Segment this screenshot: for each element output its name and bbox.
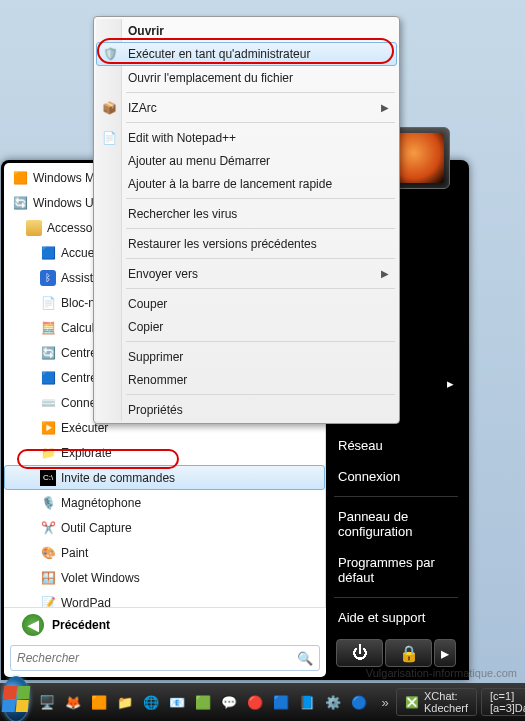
label: Ouvrir — [128, 24, 164, 38]
ctx-add-quicklaunch[interactable]: Ajouter à la barre de lancement rapide — [96, 172, 397, 195]
program-label: Paint — [61, 546, 88, 560]
terminal-icon: ⌨️ — [40, 395, 56, 411]
chevron-right-icon: ▸ — [441, 644, 449, 663]
folder-icon — [26, 220, 42, 236]
power-more-button[interactable]: ▸ — [434, 639, 456, 667]
separator — [334, 496, 458, 497]
quick-launch-icon[interactable]: 📁 — [114, 691, 136, 713]
right-link-defaults[interactable]: Programmes par défaut — [328, 547, 464, 593]
program-item[interactable]: 🎙️Magnétophone — [4, 490, 325, 515]
task-label: [c=1][a=3]David — [490, 690, 525, 714]
separator — [126, 122, 395, 123]
ctx-scan-virus[interactable]: Rechercher les virus — [96, 202, 397, 225]
right-link-help[interactable]: Aide et support — [328, 602, 464, 633]
label: Edit with Notepad++ — [128, 131, 236, 145]
ctx-izarc[interactable]: 📦IZArc▶ — [96, 96, 397, 119]
label: Ajouter à la barre de lancement rapide — [128, 177, 332, 191]
quick-launch-icon[interactable]: 📘 — [296, 691, 318, 713]
ctx-add-start[interactable]: Ajouter au menu Démarrer — [96, 149, 397, 172]
program-item[interactable]: 🎨Paint — [4, 540, 325, 565]
ctx-open-location[interactable]: Ouvrir l'emplacement du fichier — [96, 66, 397, 89]
taskbar: 🖥️ 🦊 🟧 📁 🌐 📧 🟩 💬 🔴 🟦 📘 ⚙️ 🔵 » ❎ XChat: K… — [0, 683, 525, 721]
wordpad-icon: 📝 — [40, 595, 56, 608]
program-item[interactable]: 🪟Volet Windows — [4, 565, 325, 590]
program-label: Invite de commandes — [61, 471, 175, 485]
label: Envoyer vers — [128, 267, 198, 281]
ctx-delete[interactable]: Supprimer — [96, 345, 397, 368]
quick-launch-icon[interactable]: 🌐 — [140, 691, 162, 713]
ctx-properties[interactable]: Propriétés — [96, 398, 397, 421]
quick-launch-icon[interactable]: 🟦 — [270, 691, 292, 713]
annotation-ring — [97, 38, 394, 64]
quick-launch-icon[interactable]: 💬 — [218, 691, 240, 713]
right-link-network[interactable]: Réseau — [328, 430, 464, 461]
quick-launch-icon[interactable]: ⚙️ — [322, 691, 344, 713]
shortcut-icon: 🟦 — [40, 245, 56, 261]
notepadpp-icon: 📄 — [101, 130, 117, 146]
snip-icon: ✂️ — [40, 520, 56, 536]
program-item[interactable]: ✂️Outil Capture — [4, 515, 325, 540]
separator — [334, 597, 458, 598]
quick-launch-icon[interactable]: 🦊 — [62, 691, 84, 713]
app-icon: 🔄 — [12, 195, 28, 211]
search-input[interactable] — [17, 651, 297, 665]
ctx-cut[interactable]: Couper — [96, 292, 397, 315]
app-icon: ❎ — [405, 696, 419, 709]
label: Copier — [128, 320, 163, 334]
separator — [126, 394, 395, 395]
separator — [126, 198, 395, 199]
notepad-icon: 📄 — [40, 295, 56, 311]
run-icon: ▶️ — [40, 420, 56, 436]
right-link-connect[interactable]: Connexion — [328, 461, 464, 492]
ctx-restore[interactable]: Restaurer les versions précédentes — [96, 232, 397, 255]
chevron-right-icon: ▶ — [381, 102, 389, 113]
quick-launch-more[interactable]: » — [374, 691, 396, 713]
ctx-send-to[interactable]: Envoyer vers▶ — [96, 262, 397, 285]
label: Propriétés — [128, 403, 183, 417]
quick-launch-icon[interactable]: 🟩 — [192, 691, 214, 713]
search-icon: 🔍 — [297, 651, 313, 666]
quick-launch-icon[interactable]: 🟧 — [88, 691, 110, 713]
program-label: Magnétophone — [61, 496, 141, 510]
label: Ouvrir l'emplacement du fichier — [128, 71, 293, 85]
taskbar-task-xchat[interactable]: ❎ XChat: Kdecherf — [396, 688, 477, 716]
ctx-rename[interactable]: Renommer — [96, 368, 397, 391]
taskbar-task-david[interactable]: [c=1][a=3]David — [481, 688, 525, 716]
label: Rechercher les virus — [128, 207, 237, 221]
quick-launch-icon[interactable]: 🖥️ — [36, 691, 58, 713]
sidebar-icon: 🪟 — [40, 570, 56, 586]
separator — [126, 341, 395, 342]
windows-logo-icon — [2, 686, 31, 712]
label: IZArc — [128, 101, 157, 115]
start-button[interactable] — [2, 676, 30, 721]
annotation-ring — [17, 449, 179, 469]
lock-icon: 🔒 — [399, 644, 419, 663]
paint-icon: 🎨 — [40, 545, 56, 561]
quick-launch-icon[interactable]: 📧 — [166, 691, 188, 713]
app-icon: 🟧 — [12, 170, 28, 186]
task-label: XChat: Kdecherf — [424, 690, 468, 714]
lock-button[interactable]: 🔒 — [385, 639, 432, 667]
recorder-icon: 🎙️ — [40, 495, 56, 511]
power-button[interactable]: ⏻ — [336, 639, 383, 667]
ctx-copy[interactable]: Copier — [96, 315, 397, 338]
sync-icon: 🔄 — [40, 345, 56, 361]
ctx-edit-npp[interactable]: 📄Edit with Notepad++ — [96, 126, 397, 149]
label: Renommer — [128, 373, 187, 387]
label: Supprimer — [128, 350, 183, 364]
quick-launch-icon[interactable]: 🔴 — [244, 691, 266, 713]
search-box[interactable]: 🔍 — [10, 645, 320, 671]
chevron-right-icon: ▸ — [447, 376, 454, 391]
program-label: Outil Capture — [61, 521, 132, 535]
program-label: Volet Windows — [61, 571, 140, 585]
program-item[interactable]: 📝WordPad — [4, 590, 325, 607]
quick-launch-icon[interactable]: 🔵 — [348, 691, 370, 713]
separator — [126, 288, 395, 289]
bluetooth-icon: ᛒ — [40, 270, 56, 286]
back-button[interactable]: ◀ Précédent — [4, 607, 326, 641]
right-link-control-panel[interactable]: Panneau de configuration — [328, 501, 464, 547]
separator — [126, 228, 395, 229]
separator — [126, 258, 395, 259]
label: Ajouter au menu Démarrer — [128, 154, 270, 168]
back-label: Précédent — [52, 618, 110, 632]
